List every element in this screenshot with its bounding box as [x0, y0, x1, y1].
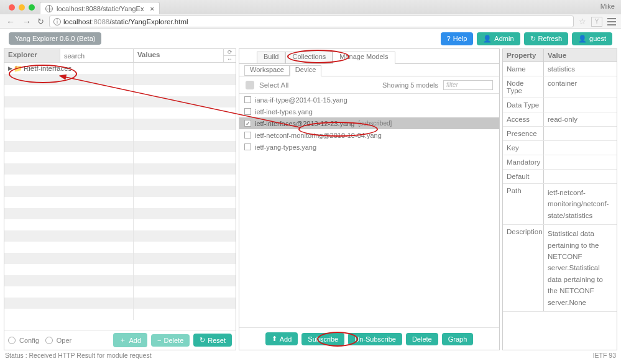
property-row: Mandatory	[503, 155, 617, 170]
tree-view[interactable]: ▶ 📁 Rietf-interfaces	[4, 63, 236, 330]
sub-tabs: Workspace Device	[239, 64, 499, 76]
subscribe-button[interactable]: Subscribe	[301, 333, 344, 345]
model-row[interactable]: iana-if-type@2014-01-15.yang	[239, 94, 499, 106]
model-list[interactable]: iana-if-type@2014-01-15.yangietf-inet-ty…	[239, 94, 499, 327]
explorer-panel: Explorer Values ⟳↔ ▶ 📁 Rietf-interfaces	[4, 48, 236, 350]
refresh-icon: ↻	[530, 35, 536, 43]
add-button[interactable]: ＋Add	[113, 333, 147, 347]
oper-radio[interactable]	[45, 337, 53, 344]
address-bar: ← → ↻ i localhost:8088/static/YangExplor…	[0, 14, 621, 29]
explorer-search[interactable]	[60, 49, 134, 62]
property-row: Key	[503, 141, 617, 155]
property-value	[544, 141, 617, 155]
property-row: Node Typecontainer	[503, 76, 617, 98]
close-window-icon[interactable]	[9, 4, 15, 11]
upload-icon: ⬆	[272, 335, 277, 343]
model-row[interactable]: ✓ietf-interfaces@2013-12-23.yang[subscri…	[239, 117, 499, 129]
property-key: Node Type	[503, 76, 544, 98]
extension-button[interactable]: Y	[591, 17, 602, 27]
refresh-button[interactable]: ↻Refresh	[524, 32, 569, 45]
folder-icon: 📁	[14, 65, 22, 73]
model-name: ietf-yang-types.yang	[255, 143, 316, 151]
property-value: read-only	[544, 112, 617, 126]
property-col-header: Property	[503, 49, 544, 61]
model-row[interactable]: ietf-yang-types.yang	[239, 141, 499, 153]
property-key: Data Type	[503, 98, 544, 112]
subtab-workspace[interactable]: Workspace	[244, 65, 290, 76]
checkbox[interactable]	[244, 143, 251, 150]
admin-label: Admin	[494, 35, 513, 42]
explorer-footer: Config Oper ＋Add −Delete ↻Reset	[4, 330, 236, 350]
url-port: :8088	[91, 18, 109, 25]
maximize-window-icon[interactable]	[29, 4, 35, 11]
add-model-button[interactable]: ⬆Add	[265, 332, 298, 345]
delete-model-button[interactable]: Delete	[406, 333, 438, 345]
info-icon[interactable]: i	[53, 18, 61, 25]
forward-button[interactable]: →	[21, 17, 32, 27]
browser-profile[interactable]: Mike	[600, 2, 615, 10]
checkbox[interactable]: ✓	[244, 120, 251, 127]
tab-manage-models[interactable]: Manage Models	[333, 52, 395, 64]
unsubscribe-button[interactable]: Un-Subscribe	[348, 333, 402, 345]
property-rows: NamestatisticsNode TypecontainerData Typ…	[503, 62, 617, 312]
guest-label: guest	[589, 35, 606, 42]
app-toolbar: Yang Explorer 0.6.0 (Beta) ?Help 👤Admin …	[0, 29, 621, 48]
property-key: Path	[503, 184, 544, 224]
chevron-right-icon[interactable]: ▶	[8, 65, 12, 71]
minimize-window-icon[interactable]	[19, 4, 25, 11]
checkbox[interactable]	[244, 132, 251, 139]
property-key: Description	[503, 225, 544, 311]
property-panel: Property Value NamestatisticsNode Typeco…	[502, 48, 617, 350]
property-key: Key	[503, 141, 544, 155]
url-input[interactable]: i localhost:8088/static/YangExplorer.htm…	[49, 16, 574, 27]
property-row: Accessread-only	[503, 112, 617, 127]
collapse-icon[interactable]: ↔	[224, 56, 236, 62]
guest-button[interactable]: 👤guest	[572, 32, 612, 45]
graph-button[interactable]: Graph	[442, 333, 474, 345]
close-tab-icon[interactable]: ×	[150, 5, 154, 12]
bookmark-icon[interactable]: ☆	[579, 17, 586, 26]
plus-icon: ＋	[119, 335, 126, 345]
tree-row[interactable]: ▶ 📁 Rietf-interfaces	[4, 63, 236, 74]
filter-input[interactable]: filter	[443, 80, 493, 90]
reload-button[interactable]: ↻	[37, 17, 44, 26]
model-row[interactable]: ietf-inet-types.yang	[239, 106, 499, 117]
tab-collections[interactable]: Collections	[285, 52, 333, 64]
app-title-pill: Yang Explorer 0.6.0 (Beta)	[9, 32, 101, 45]
values-title: Values	[134, 49, 223, 62]
back-button[interactable]: ←	[5, 17, 16, 27]
showing-count: Showing 5 models	[382, 81, 438, 89]
browser-tab[interactable]: localhost:8088/static/YangEx ×	[40, 2, 160, 14]
subscribed-tag: [subscribed]	[358, 120, 392, 127]
oper-label: Oper	[57, 337, 71, 344]
property-row: Presence	[503, 127, 617, 141]
admin-button[interactable]: 👤Admin	[477, 32, 520, 45]
expand-icon[interactable]: ⟳	[224, 49, 236, 56]
window-controls[interactable]	[4, 4, 40, 11]
checkbox[interactable]	[244, 108, 251, 115]
property-value	[544, 127, 617, 140]
delete-button[interactable]: −Delete	[151, 334, 190, 347]
select-all-checkbox[interactable]	[246, 81, 254, 89]
tab-bar: localhost:8088/static/YangEx × Mike	[0, 0, 621, 14]
menu-icon[interactable]	[607, 18, 616, 25]
property-key: Name	[503, 62, 544, 76]
model-row[interactable]: ietf-netconf-monitoring@2010-10-04.yang	[239, 129, 499, 141]
help-button[interactable]: ?Help	[441, 32, 474, 45]
url-path: /static/YangExplorer.html	[109, 18, 188, 25]
config-radio[interactable]	[8, 337, 16, 344]
subtab-device[interactable]: Device	[290, 65, 322, 76]
top-buttons: ?Help 👤Admin ↻Refresh 👤guest	[441, 32, 612, 45]
checkbox[interactable]	[244, 96, 251, 103]
user-icon: 👤	[578, 35, 587, 43]
property-value: statistics	[544, 62, 617, 76]
help-label: Help	[453, 35, 467, 42]
reset-icon: ↻	[200, 336, 205, 344]
tree-controls[interactable]: ⟳↔	[223, 49, 236, 62]
search-input[interactable]	[60, 49, 133, 62]
tab-build[interactable]: Build	[257, 52, 285, 64]
reset-button[interactable]: ↻Reset	[193, 334, 232, 347]
property-row: DescriptionStatistical data pertaining t…	[503, 225, 617, 312]
property-key: Access	[503, 112, 544, 126]
help-icon: ?	[447, 35, 451, 42]
